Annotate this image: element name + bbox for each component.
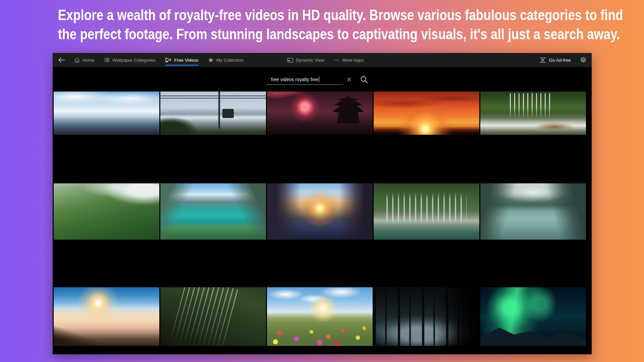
- nav-item-label: Home: [83, 58, 95, 63]
- video-thumbnail[interactable]: [267, 92, 373, 135]
- video-thumbnail[interactable]: [374, 287, 479, 346]
- video-thumbnail[interactable]: [54, 287, 159, 346]
- video-thumbnail[interactable]: [480, 183, 586, 240]
- home-icon: [74, 57, 80, 63]
- megaphone-icon: [165, 58, 171, 63]
- close-icon: [347, 77, 352, 82]
- nav-item-label: Dynamic View: [296, 58, 324, 63]
- video-thumbnail[interactable]: [374, 183, 479, 240]
- video-grid-row-2: [54, 183, 586, 240]
- video-thumbnail[interactable]: [54, 92, 159, 135]
- back-button[interactable]: [58, 57, 65, 63]
- go-ad-free-label: Go Ad-free: [549, 58, 571, 63]
- search-input[interactable]: free videos royalty free: [267, 74, 343, 85]
- search-bar: free videos royalty free: [267, 74, 368, 85]
- hero-line-1: Explore a wealth of royalty-free videos …: [58, 5, 586, 24]
- ad-free-icon: [540, 57, 546, 63]
- ellipsis-icon: [334, 59, 339, 61]
- search-query-text: free videos royalty free: [271, 77, 319, 82]
- nav-item-label: More Apps: [342, 58, 364, 63]
- hero-line-2: the perfect footage. From stunning lands…: [58, 24, 586, 44]
- nav-item-more-apps[interactable]: More Apps: [334, 53, 364, 67]
- star-icon: [208, 57, 214, 63]
- search-icon: [360, 76, 368, 83]
- video-thumbnail[interactable]: [480, 92, 586, 135]
- app-window: Home Wallpaper Categories Free Videos My…: [53, 53, 592, 354]
- nav-item-home[interactable]: Home: [74, 53, 95, 67]
- video-grid-row-1: [54, 92, 586, 135]
- go-ad-free-button[interactable]: Go Ad-free: [540, 53, 571, 67]
- nav-item-label: My Collection: [216, 58, 244, 63]
- video-thumbnail[interactable]: [267, 287, 373, 346]
- nav-item-dynamic-view[interactable]: Dynamic View: [287, 53, 324, 67]
- category-list-icon: [104, 57, 110, 63]
- clear-search-button[interactable]: [347, 77, 352, 82]
- video-thumbnail[interactable]: [267, 183, 373, 240]
- nav-item-free-videos[interactable]: Free Videos: [165, 53, 199, 67]
- search-submit-button[interactable]: [360, 76, 368, 83]
- video-thumbnail[interactable]: [160, 287, 266, 346]
- text-caret: [319, 76, 320, 82]
- navbar: Home Wallpaper Categories Free Videos My…: [53, 53, 592, 67]
- nav-item-label: Wallpaper Categories: [112, 58, 156, 63]
- back-arrow-icon: [58, 57, 65, 63]
- video-thumbnail[interactable]: [374, 92, 479, 135]
- video-thumbnail[interactable]: [160, 183, 266, 240]
- gear-icon: [580, 57, 586, 63]
- video-thumbnail[interactable]: [54, 183, 159, 240]
- nav-item-wallpaper-categories[interactable]: Wallpaper Categories: [104, 53, 156, 67]
- video-thumbnail[interactable]: [160, 92, 266, 135]
- nav-item-my-collection[interactable]: My Collection: [208, 53, 244, 67]
- video-thumbnail[interactable]: [480, 287, 586, 346]
- nav-item-label: Free Videos: [174, 58, 199, 63]
- settings-button[interactable]: [580, 57, 586, 63]
- dynamic-view-icon: [287, 58, 293, 63]
- hero-heading: Explore a wealth of royalty-free videos …: [58, 5, 586, 44]
- video-grid-row-3: [54, 287, 586, 346]
